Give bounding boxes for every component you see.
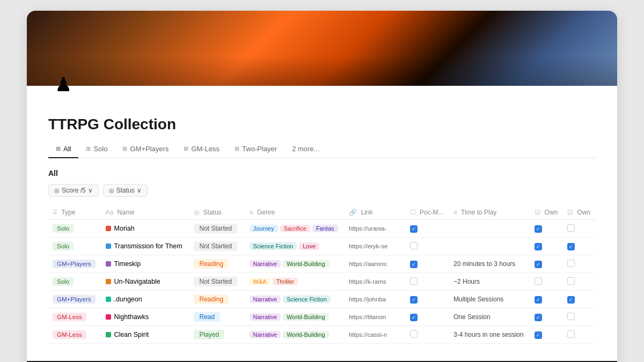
cell-own1-5[interactable] xyxy=(530,308,563,326)
cell-type-2: GM+Players xyxy=(48,255,101,273)
tab-solo-label: Solo xyxy=(93,145,107,153)
name-dot xyxy=(106,279,111,284)
table-row: GM+PlayersTimeskipReadingNarrativeWorld-… xyxy=(48,255,596,273)
cell-genre-0: JourneySacrificeFantas xyxy=(245,220,345,238)
type-badge: GM+Players xyxy=(53,295,96,304)
link-text: https://johnba xyxy=(349,296,386,302)
cell-name-2: Timeskip xyxy=(101,255,190,273)
cell-own2-5[interactable] xyxy=(563,308,596,326)
poc-checkbox[interactable] xyxy=(410,225,418,233)
tab-gmless-label: GM-Less xyxy=(191,145,219,153)
own1-checkbox[interactable] xyxy=(535,331,542,339)
cell-type-1: Solo xyxy=(48,238,101,255)
cell-link-1[interactable]: https://eryk-se xyxy=(345,238,405,255)
cell-own2-2[interactable] xyxy=(563,255,596,273)
status-filter-label: Status xyxy=(116,187,135,194)
own1-checkbox[interactable] xyxy=(535,277,542,285)
cell-status-3: Not Started xyxy=(189,273,245,291)
name-text: Nighthawks xyxy=(114,313,149,321)
tab-gmplayers[interactable]: ⊞ GM+Players xyxy=(115,142,176,158)
own1-checkbox[interactable] xyxy=(535,261,542,268)
cell-status-5: Read xyxy=(189,308,245,326)
own1-checkbox[interactable] xyxy=(535,225,542,233)
main-window: ♟ TTRPG Collection ⊞ All ⊞ Solo ⊞ GM+Pla… xyxy=(27,11,617,362)
cell-time-3: ~2 Hours xyxy=(449,273,530,291)
cell-link-5[interactable]: https://titanon xyxy=(345,308,405,326)
poc-checkbox[interactable] xyxy=(410,330,418,338)
cell-link-6[interactable]: https://cassi-n xyxy=(345,326,405,344)
table-header: ⠿ Type Aa Name ◎ Status ≡ xyxy=(48,205,596,220)
cell-own1-1[interactable] xyxy=(530,238,563,255)
own2-checkbox[interactable] xyxy=(567,313,575,320)
cell-own2-1[interactable] xyxy=(563,238,596,255)
tab-solo[interactable]: ⊞ Solo xyxy=(78,142,115,158)
cell-poc-2[interactable] xyxy=(406,255,449,273)
cell-time-2: 20 minutes to 3 hours xyxy=(449,255,530,273)
cell-poc-4[interactable] xyxy=(406,291,449,308)
cell-link-2[interactable]: https://aarons: xyxy=(345,255,405,273)
cell-link-0[interactable]: https://urania- xyxy=(345,220,405,238)
cell-link-3[interactable]: https://k-rams xyxy=(345,273,405,291)
cell-own2-4[interactable] xyxy=(563,291,596,308)
tab-all[interactable]: ⊞ All xyxy=(48,142,78,158)
type-badge: GM+Players xyxy=(53,260,96,268)
score-filter[interactable]: ◎ Score /5 ∨ xyxy=(48,184,99,197)
own2-checkbox[interactable] xyxy=(567,330,575,338)
link-text: https://cassi-n xyxy=(349,331,387,338)
time-col-icon: ≡ xyxy=(453,209,457,216)
name-text: Transmission for Them xyxy=(114,242,182,250)
link-text: https://k-rams xyxy=(349,278,386,285)
own1-checkbox[interactable] xyxy=(535,314,542,321)
cell-link-4[interactable]: https://johnba xyxy=(345,291,405,308)
cell-poc-3[interactable] xyxy=(406,273,449,291)
poc-checkbox[interactable] xyxy=(410,314,418,321)
status-filter[interactable]: ◎ Status ∨ xyxy=(103,184,148,197)
cell-poc-1[interactable] xyxy=(406,238,449,255)
avatar-icon: ♟ xyxy=(48,70,78,100)
own2-checkbox[interactable] xyxy=(567,277,575,285)
cell-poc-6[interactable] xyxy=(406,326,449,344)
cell-poc-5[interactable] xyxy=(406,308,449,326)
poc-checkbox[interactable] xyxy=(410,261,418,268)
cell-own1-4[interactable] xyxy=(530,291,563,308)
own2-checkbox[interactable] xyxy=(567,243,575,250)
genre-tag: W&A xyxy=(250,278,270,285)
cell-time-1 xyxy=(449,238,530,255)
name-dot xyxy=(106,297,111,302)
own2-checkbox[interactable] xyxy=(567,224,575,232)
poc-checkbox[interactable] xyxy=(410,296,418,304)
tab-more[interactable]: 2 more... xyxy=(284,142,327,158)
poc-checkbox[interactable] xyxy=(410,277,418,285)
tab-all-label: All xyxy=(63,145,71,153)
own2-checkbox[interactable] xyxy=(567,260,575,267)
section-title: All xyxy=(48,169,596,178)
own2-checkbox[interactable] xyxy=(567,296,575,304)
tab-twoplayer[interactable]: ⊞ Two-Player xyxy=(227,142,284,158)
cell-genre-4: NarrativeScience Fiction xyxy=(245,291,345,308)
name-text: Timeskip xyxy=(114,260,141,268)
own1-checkbox[interactable] xyxy=(535,296,542,304)
cell-own2-0[interactable] xyxy=(563,220,596,238)
own2-col-icon: ☑ xyxy=(567,209,573,216)
cell-name-4: .dungeon xyxy=(101,291,190,308)
cell-own1-0[interactable] xyxy=(530,220,563,238)
cell-own1-6[interactable] xyxy=(530,326,563,344)
type-col-icon: ⠿ xyxy=(53,209,57,216)
poc-checkbox[interactable] xyxy=(410,242,418,249)
genre-tag: Science Fiction xyxy=(250,242,297,250)
link-text: https://titanon xyxy=(349,314,386,320)
cell-time-4: Multiple Sessions xyxy=(449,291,530,308)
cell-own2-3[interactable] xyxy=(563,273,596,291)
cell-own1-3[interactable] xyxy=(530,273,563,291)
genre-tag: Science Fiction xyxy=(283,295,331,303)
cell-name-6: Clean Spirit xyxy=(101,326,190,344)
cell-poc-0[interactable] xyxy=(406,220,449,238)
filters-bar: ◎ Score /5 ∨ ◎ Status ∨ xyxy=(48,184,596,197)
genre-tag: World-Building xyxy=(283,331,328,338)
cell-own1-2[interactable] xyxy=(530,255,563,273)
cell-own2-6[interactable] xyxy=(563,326,596,344)
own1-checkbox[interactable] xyxy=(535,243,542,250)
table-row: GM-LessNighthawksReadNarrativeWorld-Buil… xyxy=(48,308,596,326)
tab-gmless[interactable]: ⊞ GM-Less xyxy=(176,142,227,158)
cell-status-1: Not Started xyxy=(189,238,245,255)
